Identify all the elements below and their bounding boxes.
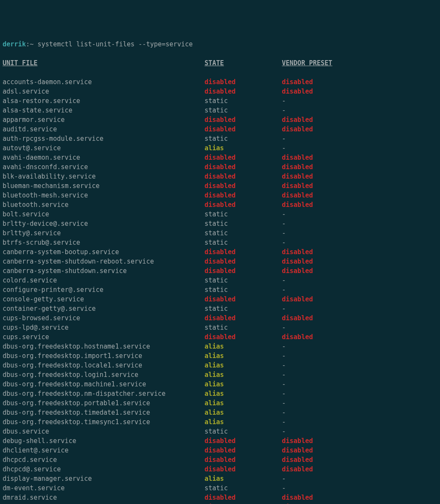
preset-value: disabled bbox=[282, 191, 313, 200]
preset-value: - bbox=[282, 96, 286, 106]
state-value: disabled bbox=[205, 191, 282, 200]
table-row: dm-event.servicestatic- bbox=[3, 483, 437, 493]
preset-value: disabled bbox=[282, 266, 313, 276]
unit-file-name: dbus-org.freedesktop.machine1.service bbox=[3, 380, 205, 389]
unit-file-name: avahi-dnsconfd.service bbox=[3, 162, 205, 172]
unit-file-name: dbus-org.freedesktop.login1.service bbox=[3, 370, 205, 380]
preset-value: disabled bbox=[282, 332, 313, 342]
preset-value: disabled bbox=[282, 502, 313, 504]
unit-file-name: adsl.service bbox=[3, 87, 205, 96]
state-value: static bbox=[205, 483, 282, 493]
unit-file-name: dbus-org.freedesktop.hostname1.service bbox=[3, 342, 205, 351]
state-value: disabled bbox=[205, 332, 282, 342]
unit-file-name: alsa-state.service bbox=[3, 106, 205, 115]
table-row: canberra-system-shutdown.servicedisabled… bbox=[3, 266, 437, 276]
prompt-user: derrik bbox=[3, 40, 26, 48]
unit-file-name: container-getty@.service bbox=[3, 304, 205, 313]
preset-value: - bbox=[282, 389, 286, 398]
preset-value: - bbox=[282, 351, 286, 361]
table-row: bluetooth.servicedisableddisabled bbox=[3, 200, 437, 209]
unit-file-name: blk-availability.service bbox=[3, 172, 205, 181]
state-value: disabled bbox=[205, 172, 282, 181]
unit-file-name: apparmor.service bbox=[3, 115, 205, 124]
state-value: static bbox=[205, 209, 282, 219]
preset-value: - bbox=[282, 219, 286, 228]
preset-value: disabled bbox=[282, 465, 313, 474]
unit-file-name: colord.service bbox=[3, 276, 205, 285]
preset-value: disabled bbox=[282, 77, 313, 87]
unit-file-name: display-manager.service bbox=[3, 474, 205, 483]
preset-value: - bbox=[282, 361, 286, 370]
header-state: STATE bbox=[205, 58, 282, 68]
table-row: console-getty.servicedisableddisabled bbox=[3, 295, 437, 304]
unit-file-name: dbus.service bbox=[3, 427, 205, 436]
table-row: auth-rpcgss-module.servicestatic- bbox=[3, 134, 437, 143]
state-value: disabled bbox=[205, 502, 282, 504]
state-value: static bbox=[205, 304, 282, 313]
table-row: accounts-daemon.servicedisableddisabled bbox=[3, 77, 437, 87]
preset-value: - bbox=[282, 427, 286, 436]
unit-file-name: dmraid.service bbox=[3, 493, 205, 502]
state-value: static bbox=[205, 323, 282, 332]
state-value: alias bbox=[205, 408, 282, 417]
preset-value: - bbox=[282, 408, 286, 417]
unit-file-name: brltty-device@.service bbox=[3, 219, 205, 228]
preset-value: disabled bbox=[282, 455, 313, 465]
preset-value: disabled bbox=[282, 124, 313, 134]
state-value: disabled bbox=[205, 257, 282, 266]
preset-value: - bbox=[282, 228, 286, 238]
preset-value: disabled bbox=[282, 295, 313, 304]
header-preset: VENDOR PRESET bbox=[282, 58, 332, 68]
preset-value: - bbox=[282, 380, 286, 389]
unit-file-name: btrfs-scrub@.service bbox=[3, 238, 205, 247]
preset-value: disabled bbox=[282, 172, 313, 181]
preset-value: disabled bbox=[282, 162, 313, 172]
state-value: alias bbox=[205, 398, 282, 408]
prompt-line[interactable]: derrik:~ systemctl list-unit-files --typ… bbox=[3, 39, 437, 49]
state-value: disabled bbox=[205, 465, 282, 474]
state-value: disabled bbox=[205, 446, 282, 455]
unit-file-name: canberra-system-shutdown-reboot.service bbox=[3, 257, 205, 266]
table-row: debug-shell.servicedisableddisabled bbox=[3, 436, 437, 446]
table-row: brltty@.servicestatic- bbox=[3, 228, 437, 238]
preset-value: - bbox=[282, 209, 286, 219]
table-row: cups-lpd@.servicestatic- bbox=[3, 323, 437, 332]
unit-file-name: dbus-org.freedesktop.timedate1.service bbox=[3, 408, 205, 417]
state-value: disabled bbox=[205, 162, 282, 172]
unit-file-name: console-getty.service bbox=[3, 295, 205, 304]
preset-value: disabled bbox=[282, 446, 313, 455]
unit-file-name: brltty@.service bbox=[3, 228, 205, 238]
unit-file-name: alsa-restore.service bbox=[3, 96, 205, 106]
state-value: alias bbox=[205, 351, 282, 361]
preset-value: - bbox=[282, 106, 286, 115]
unit-file-name: dbus-org.freedesktop.portable1.service bbox=[3, 398, 205, 408]
state-value: disabled bbox=[205, 295, 282, 304]
unit-file-name: cups.service bbox=[3, 332, 205, 342]
state-value: disabled bbox=[205, 181, 282, 191]
table-row: cups.servicedisableddisabled bbox=[3, 332, 437, 342]
preset-value: - bbox=[282, 304, 286, 313]
preset-value: - bbox=[282, 276, 286, 285]
state-value: disabled bbox=[205, 247, 282, 257]
unit-file-name: bluetooth-mesh.service bbox=[3, 191, 205, 200]
state-value: static bbox=[205, 106, 282, 115]
state-value: disabled bbox=[205, 124, 282, 134]
preset-value: disabled bbox=[282, 247, 313, 257]
preset-value: - bbox=[282, 398, 286, 408]
preset-value: disabled bbox=[282, 153, 313, 162]
unit-file-name: dbus-org.freedesktop.timesync1.service bbox=[3, 417, 205, 427]
preset-value: disabled bbox=[282, 200, 313, 209]
state-value: static bbox=[205, 276, 282, 285]
preset-value: - bbox=[282, 342, 286, 351]
table-row: apparmor.servicedisableddisabled bbox=[3, 115, 437, 124]
state-value: alias bbox=[205, 474, 282, 483]
state-value: disabled bbox=[205, 77, 282, 87]
table-row: btrfs-scrub@.servicestatic- bbox=[3, 238, 437, 247]
table-row: dbus-org.freedesktop.portable1.serviceal… bbox=[3, 398, 437, 408]
state-value: alias bbox=[205, 389, 282, 398]
state-value: disabled bbox=[205, 313, 282, 323]
unit-file-name: bluetooth.service bbox=[3, 200, 205, 209]
table-row: avahi-daemon.servicedisableddisabled bbox=[3, 153, 437, 162]
state-value: static bbox=[205, 228, 282, 238]
unit-file-name: auditd.service bbox=[3, 124, 205, 134]
